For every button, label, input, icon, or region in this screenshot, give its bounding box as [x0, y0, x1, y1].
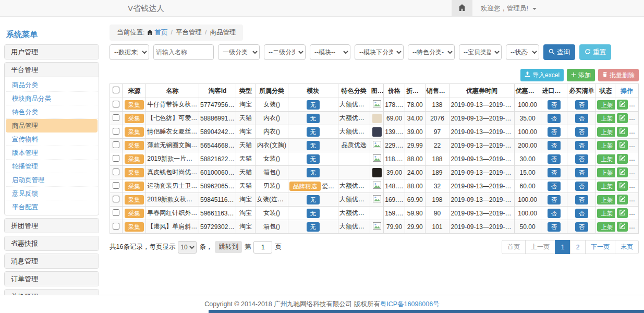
column-header: 类型 — [236, 84, 256, 98]
status-badge[interactable]: 上架 — [597, 127, 615, 137]
sidebar-item[interactable]: 平台配置 — [6, 200, 98, 214]
row-checkbox[interactable] — [113, 128, 119, 135]
row-checkbox-cell — [110, 139, 123, 152]
sidebar-group-header[interactable]: 省惠快报 — [5, 236, 99, 250]
sidebar-group: 用户管理 — [4, 44, 99, 59]
sidebar-group-header[interactable]: 用户管理 — [5, 45, 99, 59]
edit-button[interactable] — [617, 154, 628, 164]
no-toggle-badge[interactable]: 否 — [548, 100, 561, 110]
user-menu[interactable]: 欢迎您，管理员! — [481, 0, 537, 17]
name-input[interactable] — [153, 44, 214, 60]
status-badge[interactable]: 上架 — [597, 100, 615, 110]
plus-icon — [571, 71, 576, 79]
batch-delete-button[interactable]: 批量删除 — [598, 69, 639, 81]
page-button[interactable]: 2 — [570, 240, 586, 254]
jump-to-button[interactable]: 跳转到 — [215, 241, 242, 253]
sidebar-group-header[interactable]: 消息管理 — [5, 254, 99, 268]
icp-link[interactable]: 粤ICP备16098006号 — [380, 300, 440, 308]
no-toggle-badge[interactable]: 否 — [548, 182, 561, 191]
select-all-checkbox[interactable] — [113, 87, 119, 93]
no-toggle-badge[interactable]: 否 — [575, 154, 589, 164]
row-checkbox[interactable] — [113, 101, 119, 107]
edit-button[interactable] — [617, 222, 628, 232]
no-toggle-badge[interactable]: 否 — [548, 168, 561, 177]
row-checkbox[interactable] — [113, 114, 119, 121]
row-checkbox[interactable] — [113, 182, 119, 189]
row-checkbox[interactable] — [113, 141, 119, 148]
edit-button[interactable] — [617, 100, 628, 110]
no-toggle-badge[interactable]: 否 — [575, 114, 589, 123]
row-checkbox[interactable] — [113, 196, 119, 202]
status-badge[interactable]: 上架 — [597, 114, 615, 123]
import-excel-button[interactable]: 导入excel — [520, 69, 564, 81]
level2-category-select[interactable]: --二级分类-- — [264, 44, 306, 60]
row-checkbox[interactable] — [113, 168, 119, 175]
no-toggle-badge[interactable]: 否 — [548, 154, 561, 164]
no-toggle-badge[interactable]: 否 — [575, 127, 589, 137]
jump-page-input[interactable] — [253, 241, 272, 254]
sidebar-item[interactable]: 轮播管理 — [6, 160, 98, 173]
no-toggle-badge[interactable]: 否 — [548, 114, 561, 123]
edit-button[interactable] — [617, 113, 628, 123]
status-badge[interactable]: 上架 — [597, 168, 615, 177]
no-toggle-badge[interactable]: 否 — [575, 141, 589, 150]
no-toggle-badge[interactable]: 否 — [548, 127, 561, 137]
row-checkbox-cell — [110, 152, 123, 166]
no-toggle-badge[interactable]: 否 — [575, 195, 589, 204]
sidebar-item[interactable]: 启动页管理 — [6, 173, 98, 187]
page-button[interactable]: 1 — [555, 240, 570, 254]
no-toggle-badge[interactable]: 否 — [575, 168, 589, 177]
no-toggle-badge[interactable]: 否 — [575, 182, 589, 191]
page-button[interactable]: 首页 — [502, 240, 526, 254]
no-toggle-badge[interactable]: 否 — [548, 195, 561, 204]
no-toggle-badge[interactable]: 否 — [548, 209, 561, 218]
item-type-select[interactable]: --宝贝类型-- — [459, 44, 502, 60]
sidebar-item[interactable]: 宣传物料 — [6, 133, 98, 146]
page-button[interactable]: 末页 — [615, 240, 639, 254]
sidebar-item[interactable]: 模块商品分类 — [6, 92, 98, 105]
reset-button[interactable]: 重置 — [579, 44, 611, 60]
status-badge[interactable]: 上架 — [597, 141, 615, 150]
edit-button[interactable] — [617, 140, 628, 150]
breadcrumb-home-link[interactable]: 首页 — [154, 29, 167, 36]
status-badge[interactable]: 上架 — [597, 154, 615, 164]
no-toggle-badge[interactable]: 否 — [575, 209, 589, 218]
must-buy-cell: 否 — [567, 98, 596, 112]
no-toggle-badge[interactable]: 否 — [548, 222, 561, 232]
row-checkbox[interactable] — [113, 223, 119, 230]
search-button[interactable]: 查询 — [543, 44, 575, 60]
sidebar-item[interactable]: 版本管理 — [6, 146, 98, 160]
sidebar-item[interactable]: 商品管理 — [6, 119, 98, 133]
edit-button[interactable] — [617, 127, 628, 137]
home-button[interactable] — [452, 0, 472, 17]
sidebar-group-header[interactable]: 平台管理 — [5, 63, 99, 77]
sidebar-group-header[interactable]: 订单管理 — [5, 272, 99, 286]
edit-button[interactable] — [617, 167, 628, 177]
page-size-select[interactable]: 10 — [178, 241, 197, 254]
no-toggle-badge[interactable]: 否 — [575, 100, 589, 110]
sidebar-item[interactable]: 特色分类 — [6, 105, 98, 119]
page-button[interactable]: 上一页 — [525, 240, 555, 254]
status-badge[interactable]: 上架 — [597, 222, 615, 232]
edit-button[interactable] — [617, 181, 628, 191]
status-badge[interactable]: 上架 — [597, 209, 615, 218]
sidebar-item[interactable]: 商品分类 — [6, 78, 98, 92]
row-checkbox[interactable] — [113, 155, 119, 162]
module-subcategory-select[interactable]: --模块下分类-- — [355, 44, 404, 60]
add-button[interactable]: 添加 — [567, 69, 595, 81]
no-toggle-badge[interactable]: 否 — [575, 222, 589, 232]
module-select[interactable]: --模块-- — [310, 44, 350, 60]
edit-button[interactable] — [617, 195, 628, 204]
sidebar-item[interactable]: 意见反馈 — [6, 187, 98, 200]
data-source-select[interactable]: --数据来源-- — [110, 44, 149, 60]
sidebar-group-header[interactable]: 拼团管理 — [5, 219, 99, 233]
feature-category-select[interactable]: --特色分类-- — [408, 44, 455, 60]
status-select[interactable]: --状态-- — [506, 44, 539, 60]
level1-category-select[interactable]: 一级分类 — [218, 44, 260, 60]
status-badge[interactable]: 上架 — [597, 195, 615, 204]
no-toggle-badge[interactable]: 否 — [548, 141, 561, 150]
page-button[interactable]: 下一页 — [585, 240, 615, 254]
row-checkbox[interactable] — [113, 209, 119, 216]
status-badge[interactable]: 上架 — [597, 182, 615, 191]
edit-button[interactable] — [617, 208, 628, 218]
